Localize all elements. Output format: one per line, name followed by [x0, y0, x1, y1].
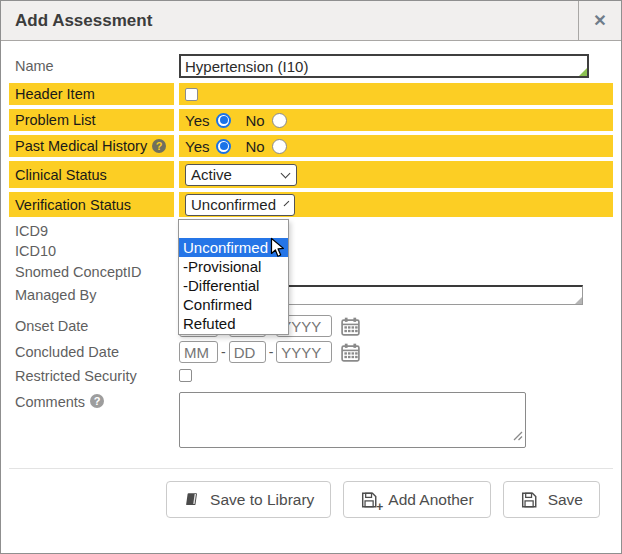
row-concluded-date: Concluded Date - -: [9, 339, 613, 365]
problem-list-yes-label: Yes: [185, 112, 209, 129]
row-verification-status: Verification Status Unconfirmed: [9, 192, 613, 217]
row-icd9: ICD9: [9, 221, 613, 241]
row-problem-list: Problem List Yes No: [9, 109, 613, 131]
verification-status-label: Verification Status: [9, 192, 174, 217]
name-label: Name: [9, 53, 174, 79]
resize-handle-icon[interactable]: [513, 427, 523, 445]
row-comments: Comments ?: [9, 392, 613, 448]
icd9-label: ICD9: [9, 221, 174, 241]
calendar-icon[interactable]: [340, 342, 361, 363]
input-resize-grip: [579, 68, 587, 76]
add-another-button[interactable]: + Add Another: [343, 481, 490, 518]
icd10-label: ICD10: [9, 241, 174, 261]
save-icon: [520, 491, 538, 509]
row-onset-date: Onset Date - -: [9, 313, 613, 339]
pmh-yes-radio[interactable]: [216, 139, 231, 154]
header-item-checkbox[interactable]: [185, 88, 198, 101]
date-separator: -: [221, 344, 226, 360]
name-input-value: Hypertension (I10): [185, 58, 308, 75]
verification-status-select[interactable]: Unconfirmed: [185, 194, 295, 216]
row-name: Name Hypertension (I10): [9, 53, 613, 79]
past-medical-history-label: Past Medical History: [15, 138, 147, 154]
pmh-no-radio[interactable]: [272, 139, 287, 154]
row-clinical-status: Clinical Status Active: [9, 161, 613, 188]
close-button[interactable]: ✕: [578, 1, 621, 40]
dropdown-option-unconfirmed[interactable]: Unconfirmed: [179, 238, 288, 257]
button-label: Save: [548, 491, 583, 509]
problem-list-no-radio[interactable]: [272, 113, 287, 128]
row-icd10: ICD10: [9, 241, 613, 261]
dialog-titlebar: Add Assessment ✕: [1, 1, 621, 41]
dialog-title: Add Assessment: [1, 1, 578, 40]
input-resize-grip: [575, 297, 582, 304]
restricted-security-label: Restricted Security: [9, 365, 174, 386]
dialog-body: Name Hypertension (I10) Header Item Prob…: [1, 41, 621, 530]
managed-by-label: Managed By: [9, 282, 174, 307]
verification-status-value: Unconfirmed: [191, 196, 276, 213]
plus-glyph: +: [376, 501, 383, 513]
header-item-label: Header Item: [9, 83, 174, 105]
clinical-status-value: Active: [191, 166, 232, 183]
restricted-security-checkbox[interactable]: [179, 369, 192, 382]
concluded-date-mm-input[interactable]: [179, 341, 218, 363]
clinical-status-select[interactable]: Active: [185, 164, 297, 186]
onset-date-label: Onset Date: [9, 313, 174, 339]
help-icon[interactable]: ?: [90, 394, 104, 408]
add-assessment-dialog: Add Assessment ✕ Name Hypertension (I10)…: [0, 0, 622, 554]
dropdown-option-differential[interactable]: -Differential: [179, 276, 288, 295]
row-snomed-conceptid: Snomed ConceptID: [9, 261, 613, 282]
chevron-down-icon: [284, 200, 290, 206]
concluded-date-label: Concluded Date: [9, 339, 174, 365]
problem-list-label: Problem List: [9, 109, 174, 131]
problem-list-no-label: No: [245, 112, 264, 129]
button-label: Save to Library: [210, 491, 314, 509]
comments-label: Comments: [15, 394, 85, 410]
row-restricted-security: Restricted Security: [9, 365, 613, 386]
row-past-medical-history: Past Medical History ? Yes No: [9, 135, 613, 157]
close-icon: ✕: [593, 11, 606, 30]
verification-status-dropdown-list: Unconfirmed -Provisional -Differential C…: [178, 219, 289, 335]
save-button[interactable]: Save: [503, 481, 600, 518]
book-icon: [183, 491, 200, 508]
comments-textarea[interactable]: [179, 392, 526, 448]
save-plus-icon: +: [360, 491, 378, 509]
dropdown-option-blank[interactable]: [179, 221, 288, 238]
dropdown-option-confirmed[interactable]: Confirmed: [179, 295, 288, 314]
dialog-footer: Save to Library + Add Another: [9, 468, 613, 530]
concluded-date-yyyy-input[interactable]: [276, 341, 332, 363]
dropdown-option-provisional[interactable]: -Provisional: [179, 257, 288, 276]
row-header-item: Header Item: [9, 83, 613, 105]
name-input[interactable]: Hypertension (I10): [179, 54, 589, 78]
help-icon[interactable]: ?: [152, 139, 166, 153]
save-to-library-button[interactable]: Save to Library: [166, 481, 331, 518]
date-separator: -: [269, 344, 274, 360]
row-managed-by: Managed By: [9, 282, 613, 307]
concluded-date-dd-input[interactable]: [229, 341, 266, 363]
chevron-down-icon: [281, 168, 291, 178]
button-label: Add Another: [388, 491, 473, 509]
dropdown-option-refuted[interactable]: Refuted: [179, 314, 288, 333]
calendar-icon[interactable]: [340, 316, 361, 337]
clinical-status-label: Clinical Status: [9, 161, 174, 188]
pmh-no-label: No: [245, 138, 264, 155]
problem-list-yes-radio[interactable]: [216, 113, 231, 128]
pmh-yes-label: Yes: [185, 138, 209, 155]
snomed-conceptid-label: Snomed ConceptID: [9, 261, 174, 282]
